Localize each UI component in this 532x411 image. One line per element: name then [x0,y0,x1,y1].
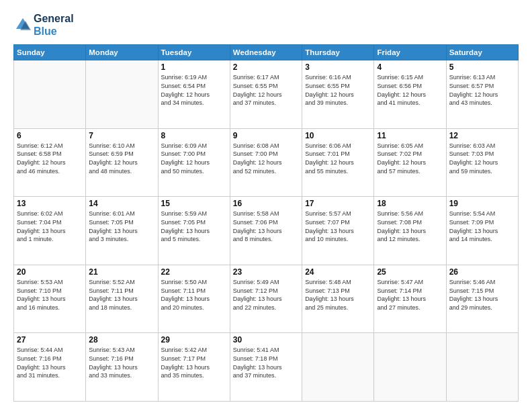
calendar-cell: 30Sunrise: 5:41 AM Sunset: 7:18 PM Dayli… [230,333,302,402]
calendar-cell [302,333,374,402]
day-number: 21 [89,267,154,277]
cell-info: Sunrise: 5:41 AM Sunset: 7:18 PM Dayligh… [233,346,299,379]
day-number: 24 [305,267,371,277]
day-number: 16 [233,199,299,208]
cell-info: Sunrise: 5:58 AM Sunset: 7:06 PM Dayligh… [233,210,299,243]
day-number: 9 [233,131,299,140]
day-number: 7 [89,131,154,140]
day-number: 26 [449,267,515,277]
day-number: 6 [17,131,83,140]
logo-icon [13,15,32,34]
cell-info: Sunrise: 6:09 AM Sunset: 7:00 PM Dayligh… [161,142,227,175]
calendar-cell: 11Sunrise: 6:05 AM Sunset: 7:02 PM Dayli… [374,128,446,197]
day-number: 3 [305,62,371,72]
day-of-week-header: Friday [374,45,446,60]
calendar-cell: 17Sunrise: 5:57 AM Sunset: 7:07 PM Dayli… [302,197,374,265]
cell-info: Sunrise: 5:46 AM Sunset: 7:15 PM Dayligh… [449,278,515,312]
calendar-cell: 23Sunrise: 5:49 AM Sunset: 7:12 PM Dayli… [230,265,302,333]
calendar-cell [446,333,518,402]
day-number: 30 [233,335,299,345]
calendar-cell: 5Sunrise: 6:13 AM Sunset: 6:57 PM Daylig… [446,60,518,129]
day-of-week-header: Saturday [446,45,518,60]
calendar-header-row: SundayMondayTuesdayWednesdayThursdayFrid… [14,45,519,60]
cell-info: Sunrise: 5:52 AM Sunset: 7:11 PM Dayligh… [89,278,154,312]
day-number: 23 [233,267,299,277]
logo: General Blue [13,12,74,38]
day-number: 17 [305,199,371,208]
calendar-cell: 28Sunrise: 5:43 AM Sunset: 7:16 PM Dayli… [86,333,158,402]
calendar-table: SundayMondayTuesdayWednesdayThursdayFrid… [13,44,519,402]
cell-info: Sunrise: 5:56 AM Sunset: 7:08 PM Dayligh… [377,210,443,243]
calendar-cell: 8Sunrise: 6:09 AM Sunset: 7:00 PM Daylig… [158,128,230,197]
calendar-cell: 14Sunrise: 6:01 AM Sunset: 7:05 PM Dayli… [86,197,158,265]
cell-info: Sunrise: 5:54 AM Sunset: 7:09 PM Dayligh… [449,210,515,243]
calendar-week-row: 20Sunrise: 5:53 AM Sunset: 7:10 PM Dayli… [14,265,519,333]
cell-info: Sunrise: 6:01 AM Sunset: 7:05 PM Dayligh… [89,210,154,243]
calendar-cell: 15Sunrise: 5:59 AM Sunset: 7:05 PM Dayli… [158,197,230,265]
cell-info: Sunrise: 6:17 AM Sunset: 6:55 PM Dayligh… [233,73,299,107]
calendar-cell: 13Sunrise: 6:02 AM Sunset: 7:04 PM Dayli… [14,197,86,265]
cell-info: Sunrise: 6:08 AM Sunset: 7:00 PM Dayligh… [233,142,299,175]
calendar-cell: 9Sunrise: 6:08 AM Sunset: 7:00 PM Daylig… [230,128,302,197]
day-of-week-header: Sunday [14,45,86,60]
cell-info: Sunrise: 6:06 AM Sunset: 7:01 PM Dayligh… [305,142,371,175]
calendar-cell [374,333,446,402]
calendar-cell: 24Sunrise: 5:48 AM Sunset: 7:13 PM Dayli… [302,265,374,333]
cell-info: Sunrise: 5:42 AM Sunset: 7:17 PM Dayligh… [161,346,227,379]
day-number: 20 [17,267,83,277]
day-number: 19 [449,199,515,208]
calendar-cell: 20Sunrise: 5:53 AM Sunset: 7:10 PM Dayli… [14,265,86,333]
calendar-cell [86,60,158,129]
cell-info: Sunrise: 5:57 AM Sunset: 7:07 PM Dayligh… [305,210,371,243]
day-number: 18 [377,199,443,208]
calendar-cell: 2Sunrise: 6:17 AM Sunset: 6:55 PM Daylig… [230,60,302,129]
calendar-cell: 29Sunrise: 5:42 AM Sunset: 7:17 PM Dayli… [158,333,230,402]
cell-info: Sunrise: 6:10 AM Sunset: 6:59 PM Dayligh… [89,142,154,175]
calendar-cell: 26Sunrise: 5:46 AM Sunset: 7:15 PM Dayli… [446,265,518,333]
calendar-week-row: 27Sunrise: 5:44 AM Sunset: 7:16 PM Dayli… [14,333,519,402]
calendar-cell [14,60,86,129]
calendar-week-row: 13Sunrise: 6:02 AM Sunset: 7:04 PM Dayli… [14,197,519,265]
calendar-cell: 21Sunrise: 5:52 AM Sunset: 7:11 PM Dayli… [86,265,158,333]
cell-info: Sunrise: 5:47 AM Sunset: 7:14 PM Dayligh… [377,278,443,312]
day-number: 29 [161,335,227,345]
day-number: 27 [17,335,83,345]
day-number: 8 [161,131,227,140]
day-of-week-header: Monday [86,45,158,60]
header: General Blue [13,12,519,38]
day-of-week-header: Tuesday [158,45,230,60]
calendar-cell: 10Sunrise: 6:06 AM Sunset: 7:01 PM Dayli… [302,128,374,197]
cell-info: Sunrise: 6:05 AM Sunset: 7:02 PM Dayligh… [377,142,443,175]
calendar-cell: 7Sunrise: 6:10 AM Sunset: 6:59 PM Daylig… [86,128,158,197]
day-number: 1 [161,62,227,72]
cell-info: Sunrise: 5:53 AM Sunset: 7:10 PM Dayligh… [17,278,83,312]
cell-info: Sunrise: 5:44 AM Sunset: 7:16 PM Dayligh… [17,346,83,379]
calendar-week-row: 1Sunrise: 6:19 AM Sunset: 6:54 PM Daylig… [14,60,519,129]
cell-info: Sunrise: 5:43 AM Sunset: 7:16 PM Dayligh… [89,346,154,379]
calendar-cell: 27Sunrise: 5:44 AM Sunset: 7:16 PM Dayli… [14,333,86,402]
calendar-cell: 12Sunrise: 6:03 AM Sunset: 7:03 PM Dayli… [446,128,518,197]
calendar-cell: 18Sunrise: 5:56 AM Sunset: 7:08 PM Dayli… [374,197,446,265]
calendar-cell: 22Sunrise: 5:50 AM Sunset: 7:11 PM Dayli… [158,265,230,333]
day-number: 12 [449,131,515,140]
day-number: 22 [161,267,227,277]
cell-info: Sunrise: 6:03 AM Sunset: 7:03 PM Dayligh… [449,142,515,175]
calendar-week-row: 6Sunrise: 6:12 AM Sunset: 6:58 PM Daylig… [14,128,519,197]
logo-text: General Blue [34,12,74,38]
day-of-week-header: Wednesday [230,45,302,60]
day-number: 14 [89,199,154,208]
calendar-cell: 4Sunrise: 6:15 AM Sunset: 6:56 PM Daylig… [374,60,446,129]
cell-info: Sunrise: 5:49 AM Sunset: 7:12 PM Dayligh… [233,278,299,312]
calendar-cell: 16Sunrise: 5:58 AM Sunset: 7:06 PM Dayli… [230,197,302,265]
day-number: 2 [233,62,299,72]
calendar-cell: 3Sunrise: 6:16 AM Sunset: 6:55 PM Daylig… [302,60,374,129]
day-number: 10 [305,131,371,140]
cell-info: Sunrise: 6:12 AM Sunset: 6:58 PM Dayligh… [17,142,83,175]
calendar-cell: 1Sunrise: 6:19 AM Sunset: 6:54 PM Daylig… [158,60,230,129]
day-number: 13 [17,199,83,208]
calendar-cell: 25Sunrise: 5:47 AM Sunset: 7:14 PM Dayli… [374,265,446,333]
calendar-cell: 6Sunrise: 6:12 AM Sunset: 6:58 PM Daylig… [14,128,86,197]
day-number: 4 [377,62,443,72]
cell-info: Sunrise: 5:59 AM Sunset: 7:05 PM Dayligh… [161,210,227,243]
cell-info: Sunrise: 6:02 AM Sunset: 7:04 PM Dayligh… [17,210,83,243]
